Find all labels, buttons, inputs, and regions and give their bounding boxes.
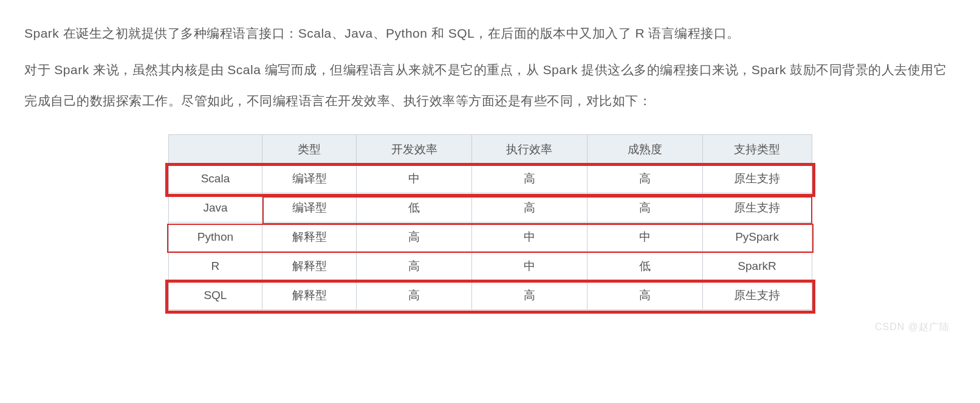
- header-blank: [168, 135, 262, 164]
- cell-type: 编译型: [262, 164, 357, 193]
- cell-maturity: 高: [587, 164, 702, 193]
- cell-name: Scala: [168, 164, 262, 193]
- cell-support: 原生支持: [702, 193, 812, 222]
- table-row: SQL 解释型 高 高 高 原生支持: [168, 281, 812, 310]
- cell-type: 解释型: [262, 222, 357, 252]
- header-exec: 执行效率: [472, 135, 588, 164]
- cell-dev: 高: [357, 281, 472, 310]
- cell-support: 原生支持: [702, 281, 812, 310]
- table-container: 类型 开发效率 执行效率 成熟度 支持类型 Scala 编译型 中 高 高 原生…: [168, 134, 812, 310]
- cell-dev: 中: [357, 164, 472, 193]
- cell-dev: 低: [357, 193, 472, 222]
- cell-exec: 中: [472, 252, 588, 281]
- intro-paragraph-2: 对于 Spark 来说，虽然其内核是由 Scala 编写而成，但编程语言从来就不…: [24, 55, 956, 116]
- cell-type: 编译型: [262, 193, 357, 222]
- cell-type: 解释型: [262, 252, 357, 281]
- cell-maturity: 中: [587, 222, 702, 252]
- cell-support: PySpark: [702, 222, 812, 252]
- cell-exec: 高: [472, 164, 588, 193]
- table-row: Python 解释型 高 中 中 PySpark: [168, 222, 812, 252]
- cell-maturity: 高: [587, 193, 702, 222]
- table-wrapper: 类型 开发效率 执行效率 成熟度 支持类型 Scala 编译型 中 高 高 原生…: [24, 134, 956, 310]
- cell-name: Java: [168, 193, 262, 222]
- cell-name: SQL: [168, 281, 262, 310]
- cell-exec: 高: [472, 193, 588, 222]
- cell-exec: 中: [472, 222, 588, 252]
- cell-maturity: 高: [587, 281, 702, 310]
- cell-name: Python: [168, 222, 262, 252]
- header-dev: 开发效率: [357, 135, 472, 164]
- table-row: Scala 编译型 中 高 高 原生支持: [168, 164, 812, 193]
- header-type: 类型: [262, 135, 357, 164]
- cell-support: 原生支持: [702, 164, 812, 193]
- cell-support: SparkR: [702, 252, 812, 281]
- header-support: 支持类型: [702, 135, 812, 164]
- cell-dev: 高: [357, 222, 472, 252]
- cell-dev: 高: [357, 252, 472, 281]
- cell-maturity: 低: [587, 252, 702, 281]
- table-row: Java 编译型 低 高 高 原生支持: [168, 193, 812, 222]
- cell-name: R: [168, 252, 262, 281]
- header-maturity: 成熟度: [587, 135, 702, 164]
- comparison-table: 类型 开发效率 执行效率 成熟度 支持类型 Scala 编译型 中 高 高 原生…: [168, 134, 812, 310]
- watermark: CSDN @赵广陆: [24, 321, 956, 334]
- table-row: R 解释型 高 中 低 SparkR: [168, 252, 812, 281]
- cell-type: 解释型: [262, 281, 357, 310]
- cell-exec: 高: [472, 281, 588, 310]
- table-header-row: 类型 开发效率 执行效率 成熟度 支持类型: [168, 135, 812, 164]
- intro-paragraph-1: Spark 在诞生之初就提供了多种编程语言接口：Scala、Java、Pytho…: [24, 18, 956, 49]
